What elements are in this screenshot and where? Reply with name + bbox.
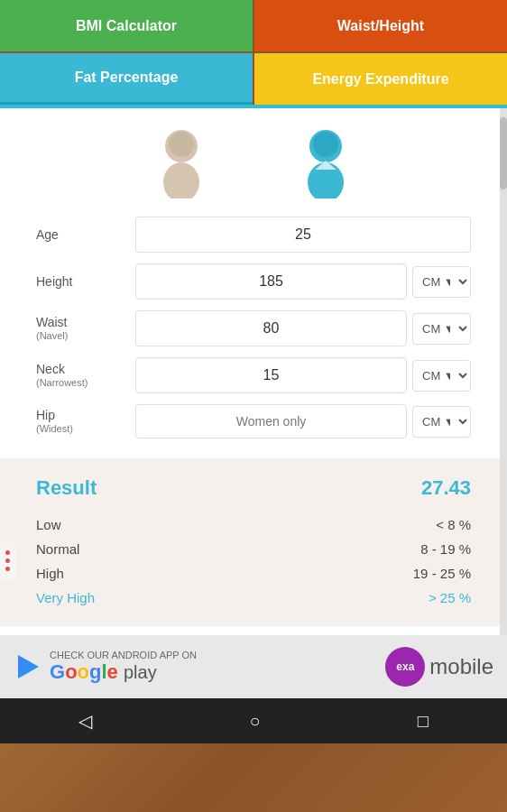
- ad-title: CHECK OUR ANDROID APP ON: [50, 650, 376, 660]
- result-range-normal: 8 - 19 %: [420, 541, 471, 557]
- height-label: Height: [36, 274, 135, 290]
- result-table: Low < 8 % Normal 8 - 19 % High 19 - 25 %…: [36, 514, 471, 608]
- svg-point-1: [163, 162, 199, 198]
- bottom-nav-bar: ◁ ○ □: [0, 698, 507, 743]
- waist-input[interactable]: 80: [135, 310, 407, 346]
- recents-button[interactable]: □: [418, 711, 429, 732]
- menu-dot-2: [5, 558, 10, 563]
- age-label: Age: [36, 227, 135, 243]
- svg-point-2: [169, 132, 194, 157]
- exa-logo: exa mobile: [385, 647, 493, 687]
- svg-marker-6: [18, 655, 39, 678]
- waist-height-button[interactable]: Waist/Height: [254, 0, 507, 51]
- back-button[interactable]: ◁: [78, 710, 92, 732]
- female-icon[interactable]: [145, 126, 217, 198]
- energy-expenditure-button[interactable]: Energy Expenditure: [254, 53, 507, 105]
- exa-mobile-text: mobile: [429, 654, 493, 679]
- waist-label: Waist (Navel): [36, 315, 135, 342]
- home-button[interactable]: ○: [249, 711, 260, 732]
- svg-point-5: [313, 132, 338, 157]
- neck-row: Neck (Narrowest) 15 CM ▼ IN ▼: [36, 357, 471, 393]
- result-row-normal: Normal 8 - 19 %: [36, 539, 471, 559]
- hip-unit-select[interactable]: CM ▼ IN ▼: [412, 406, 471, 438]
- result-category-very-high: Very High: [36, 590, 95, 605]
- male-icon[interactable]: [290, 126, 362, 198]
- ad-google-play: Google play: [50, 660, 376, 684]
- scrollbar-thumb[interactable]: [500, 117, 507, 189]
- result-row-high: High 19 - 25 %: [36, 563, 471, 584]
- bmi-calculator-button[interactable]: BMI Calculator: [0, 0, 253, 51]
- hip-label: Hip (Widest): [36, 408, 135, 435]
- neck-input[interactable]: 15: [135, 357, 407, 393]
- side-menu[interactable]: [0, 541, 15, 580]
- exa-circle: exa: [385, 647, 425, 687]
- result-label: Result: [36, 476, 97, 500]
- height-input[interactable]: 185: [135, 263, 407, 300]
- ad-banner[interactable]: CHECK OUR ANDROID APP ON Google play exa…: [0, 635, 507, 698]
- menu-dot-3: [5, 567, 10, 571]
- fat-percentage-button[interactable]: Fat Percentage: [0, 53, 253, 105]
- result-category-low: Low: [36, 517, 61, 532]
- main-panel: Age 25 Height 185 CM ▼ IN ▼ Waist (Navel…: [0, 108, 507, 635]
- height-row: Height 185 CM ▼ IN ▼: [36, 263, 471, 300]
- age-input[interactable]: 25: [135, 217, 471, 253]
- menu-dot-1: [5, 550, 10, 555]
- input-form: Age 25 Height 185 CM ▼ IN ▼ Waist (Navel…: [18, 208, 489, 458]
- result-row-very-high: Very High > 25 %: [36, 587, 471, 608]
- result-row-low: Low < 8 %: [36, 514, 471, 535]
- result-value: 27.43: [421, 476, 471, 500]
- result-category-high: High: [36, 566, 64, 581]
- google-play-icon: [14, 653, 41, 680]
- waist-unit-select[interactable]: CM ▼ IN ▼: [412, 313, 471, 345]
- height-unit-select[interactable]: CM ▼ IN ▼: [412, 266, 471, 298]
- ad-text: CHECK OUR ANDROID APP ON Google play: [50, 650, 376, 684]
- result-category-normal: Normal: [36, 541, 79, 557]
- result-range-very-high: > 25 %: [429, 590, 471, 605]
- hip-input[interactable]: [135, 404, 407, 438]
- scrollbar[interactable]: [500, 108, 507, 635]
- age-row: Age 25: [36, 217, 471, 253]
- result-range-low: < 8 %: [436, 517, 471, 532]
- hip-row: Hip (Widest) CM ▼ IN ▼: [36, 404, 471, 438]
- result-range-high: 19 - 25 %: [413, 566, 471, 581]
- waist-row: Waist (Navel) 80 CM ▼ IN ▼: [36, 310, 471, 346]
- result-panel: Result 27.43 Low < 8 % Normal 8 - 19 % H…: [0, 458, 507, 626]
- neck-label: Neck (Narrowest): [36, 362, 135, 389]
- gender-selector: [18, 108, 489, 208]
- neck-unit-select[interactable]: CM ▼ IN ▼: [412, 360, 471, 392]
